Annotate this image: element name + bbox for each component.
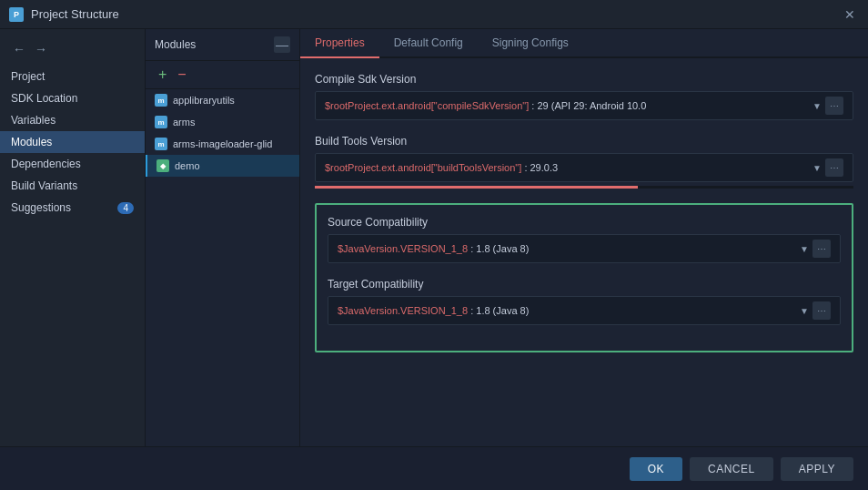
dropdown-extra-btn[interactable]: ⋯ [812, 301, 831, 320]
sidebar-item-modules[interactable]: Modules [0, 131, 145, 153]
cancel-button[interactable]: CANCEL [690, 457, 773, 481]
module-item-applibraryutils[interactable]: m applibraryutils [146, 89, 299, 111]
suggestions-badge: 4 [117, 202, 134, 214]
sidebar-item-dependencies[interactable]: Dependencies [0, 153, 145, 175]
app-icon: P [9, 7, 24, 22]
ok-button[interactable]: OK [630, 457, 682, 481]
build-tools-label: Build Tools Version [315, 135, 853, 148]
compile-sdk-suffix: : 29 (API 29: Android 10.0 [529, 100, 646, 111]
dropdown-arrow-icon: ▼ [800, 306, 809, 316]
source-compat-dropdown[interactable]: $JavaVersion.VERSION_1_8 : 1.8 (Java 8) … [328, 234, 841, 263]
modules-panel: Modules — + − m applibraryutils m arms m… [146, 29, 300, 446]
source-compat-value: $JavaVersion.VERSION_1_8 : 1.8 (Java 8) [338, 243, 792, 254]
module-name: arms-imageloader-glid [173, 138, 272, 149]
nav-forward-button[interactable]: → [33, 40, 49, 58]
module-item-demo[interactable]: ◆ demo [146, 155, 299, 177]
content-panel: Properties Default Config Signing Config… [300, 29, 868, 446]
source-compat-suffix: : 1.8 (Java 8) [468, 243, 529, 254]
target-compat-label: Target Compatibility [328, 278, 841, 291]
module-name: applibraryutils [173, 95, 235, 106]
sidebar-item-label: Modules [11, 136, 52, 148]
sidebar-item-build-variants[interactable]: Build Variants [0, 175, 145, 197]
dropdown-arrow-icon: ▼ [800, 244, 809, 254]
dropdown-arrow-icon: ▼ [812, 163, 822, 173]
properties-content: Compile Sdk Version $rootProject.ext.and… [300, 58, 868, 446]
module-item-arms[interactable]: m arms [146, 111, 299, 133]
build-tools-section: Build Tools Version $rootProject.ext.and… [315, 135, 853, 189]
build-tools-dropdown[interactable]: $rootProject.ext.android["buildToolsVers… [315, 153, 853, 182]
collapse-button[interactable]: — [274, 36, 290, 53]
sidebar-item-suggestions[interactable]: Suggestions 4 [0, 197, 145, 219]
title-bar-left: P Project Structure [9, 7, 119, 22]
tabs: Properties Default Config Signing Config… [300, 29, 868, 58]
target-compat-suffix: : 1.8 (Java 8) [468, 305, 529, 316]
dropdown-arrow-icon: ▼ [812, 101, 822, 111]
sidebar-item-variables[interactable]: Variables [0, 109, 145, 131]
modules-header: Modules — [146, 29, 299, 61]
tab-signing-configs[interactable]: Signing Configs [478, 29, 583, 58]
dialog-title: Project Structure [31, 7, 119, 21]
sidebar-item-label: SDK Location [11, 92, 77, 105]
close-button[interactable]: ✕ [841, 5, 859, 24]
compile-sdk-section: Compile Sdk Version $rootProject.ext.and… [315, 73, 853, 120]
modules-actions: + − [146, 61, 299, 89]
build-tools-suffix: : 29.0.3 [521, 162, 558, 173]
sidebar-item-label: Project [11, 70, 45, 83]
compile-sdk-code: $rootProject.ext.android["compileSdkVers… [325, 100, 529, 111]
module-item-arms-imageloader[interactable]: m arms-imageloader-glid [146, 133, 299, 155]
source-compat-section: Source Compatibility $JavaVersion.VERSIO… [328, 216, 841, 263]
dropdown-extra-btn[interactable]: ⋯ [812, 240, 831, 258]
source-compat-label: Source Compatibility [328, 216, 841, 229]
modules-list: m applibraryutils m arms m arms-imageloa… [146, 89, 299, 446]
sidebar-item-label: Variables [11, 114, 56, 127]
sidebar: ← → Project SDK Location Variables Modul… [0, 29, 146, 446]
build-tools-code: $rootProject.ext.android["buildToolsVers… [325, 162, 521, 173]
module-icon: m [155, 138, 167, 150]
modules-title: Modules [155, 38, 196, 51]
dropdown-extra-btn[interactable]: ⋯ [825, 158, 843, 177]
add-module-button[interactable]: + [155, 65, 170, 85]
module-icon: m [155, 116, 167, 128]
compile-sdk-dropdown[interactable]: $rootProject.ext.android["compileSdkVers… [315, 91, 853, 120]
module-icon: m [155, 94, 167, 107]
sidebar-item-label: Build Variants [11, 179, 77, 192]
main-layout: ← → Project SDK Location Variables Modul… [0, 29, 868, 446]
target-compat-section: Target Compatibility $JavaVersion.VERSIO… [328, 278, 841, 325]
tab-default-config[interactable]: Default Config [379, 29, 478, 58]
build-tools-value: $rootProject.ext.android["buildToolsVers… [325, 162, 805, 173]
bottom-bar: OK CANCEL APPLY [0, 446, 868, 490]
sidebar-nav: ← → [0, 36, 145, 62]
compatibility-section: Source Compatibility $JavaVersion.VERSIO… [315, 203, 853, 352]
title-bar: P Project Structure ✕ [0, 0, 868, 29]
target-compat-code: $JavaVersion.VERSION_1_8 [338, 305, 468, 316]
sidebar-item-label: Dependencies [11, 158, 81, 170]
target-compat-value: $JavaVersion.VERSION_1_8 : 1.8 (Java 8) [338, 305, 792, 316]
module-icon: ◆ [156, 159, 169, 172]
sidebar-item-project[interactable]: Project [0, 66, 145, 87]
progress-bar-container [315, 186, 853, 189]
module-name: demo [175, 160, 200, 171]
compile-sdk-label: Compile Sdk Version [315, 73, 853, 86]
apply-button[interactable]: APPLY [781, 457, 853, 481]
target-compat-dropdown[interactable]: $JavaVersion.VERSION_1_8 : 1.8 (Java 8) … [328, 296, 841, 325]
nav-back-button[interactable]: ← [11, 40, 27, 58]
tab-properties[interactable]: Properties [300, 29, 379, 58]
progress-bar [315, 186, 638, 189]
sidebar-item-sdk-location[interactable]: SDK Location [0, 87, 145, 109]
dropdown-extra-btn[interactable]: ⋯ [825, 97, 843, 115]
sidebar-item-label: Suggestions [11, 201, 71, 214]
remove-module-button[interactable]: − [174, 65, 189, 85]
compile-sdk-value: $rootProject.ext.android["compileSdkVers… [325, 100, 805, 111]
source-compat-code: $JavaVersion.VERSION_1_8 [338, 243, 468, 254]
module-name: arms [173, 117, 195, 128]
